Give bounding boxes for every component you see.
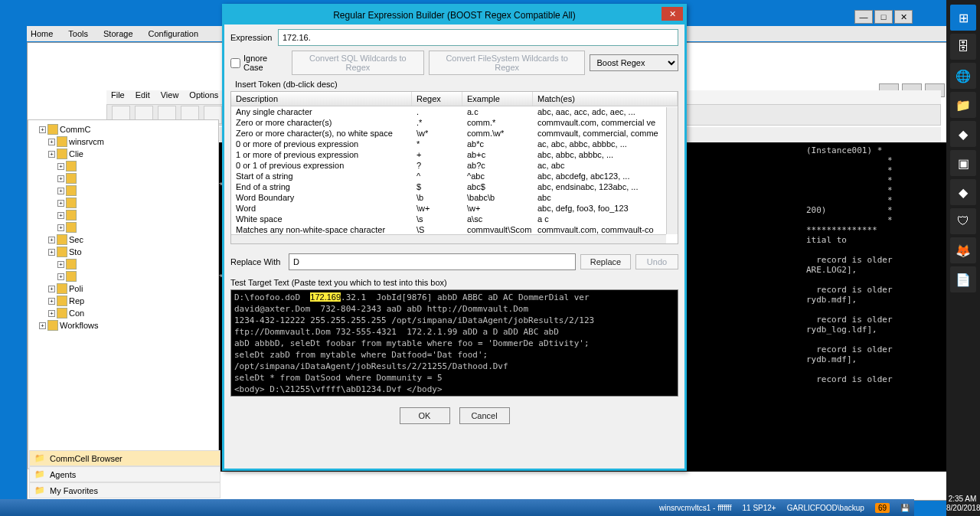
token-row[interactable]: Word\w+\w+abc, defg, foo3, foo_123: [231, 203, 678, 214]
tree-item[interactable]: +winsrvcm: [31, 136, 215, 148]
clock-date: 8/20/2018: [946, 504, 978, 513]
ignore-case-check[interactable]: [230, 58, 240, 68]
tree-item[interactable]: +: [31, 209, 215, 221]
status-host: winsrvcmvltcs1 - fffffff: [659, 504, 731, 512]
taskbar-doc-icon[interactable]: 📄: [950, 266, 976, 292]
system-clock[interactable]: 2:35 AM 8/20/2018: [946, 495, 978, 513]
tree-item[interactable]: +Sto: [31, 246, 215, 258]
tree-item[interactable]: +Workflows: [31, 319, 215, 331]
taskbar-explorer-icon[interactable]: 📁: [950, 92, 976, 118]
browser-tab[interactable]: 📁CommCell Browser: [29, 450, 220, 466]
token-hscroll[interactable]: [231, 234, 666, 243]
token-row[interactable]: White space\sa\sca c: [231, 214, 678, 224]
taskbar-firefox-icon[interactable]: 🦊: [950, 237, 976, 263]
token-row[interactable]: 1 or more of previous expression+ab+cabc…: [231, 149, 678, 160]
convert-fs-button[interactable]: Convert FileSystem Wildcards to Regex: [429, 51, 586, 75]
start-button[interactable]: ⊞: [950, 5, 976, 31]
minimize-button[interactable]: —: [854, 10, 873, 24]
token-row[interactable]: Zero or more character(s).*comm.*commvau…: [231, 117, 678, 128]
token-row[interactable]: Any single character.a.cabc, aac, acc, a…: [231, 106, 678, 117]
cancel-button[interactable]: Cancel: [459, 407, 510, 424]
status-count: 69: [875, 503, 890, 513]
token-row[interactable]: Start of a string^^abcabc, abcdefg, abc1…: [231, 171, 678, 181]
tree-item[interactable]: +CommC: [31, 123, 215, 136]
expression-input[interactable]: [278, 29, 678, 46]
dialog-title-text: Regular Expression Builder (BOOST Regex …: [333, 10, 576, 21]
token-header: Description Regex Example Match(es): [231, 92, 678, 106]
ignore-case-checkbox[interactable]: Ignore Case: [230, 54, 287, 72]
ribbon-tab-storage[interactable]: Storage: [103, 29, 133, 38]
browser-tab[interactable]: 📁My Favorites: [29, 482, 220, 498]
dialog-close-button[interactable]: ✕: [662, 7, 683, 21]
col-regex[interactable]: Regex: [412, 92, 462, 106]
token-table: Description Regex Example Match(es) Any …: [230, 91, 678, 244]
tree-item[interactable]: +: [31, 221, 215, 234]
replace-with-label: Replace With: [230, 257, 284, 266]
clock-time: 2:35 AM: [946, 495, 978, 504]
tree-item[interactable]: +Rep: [31, 295, 215, 307]
browser-tabs: 📁CommCell Browser📁Agents📁My Favorites: [29, 450, 220, 498]
tree-panel: +CommC+winsrvcm+Clie+++++++Sec+Sto+++Pol…: [28, 119, 219, 469]
token-row[interactable]: Word Boundary\b\babc\babc: [231, 192, 678, 203]
expression-label: Expression: [230, 33, 273, 42]
window-controls: — □ ✕: [854, 10, 913, 24]
ok-button[interactable]: OK: [400, 407, 450, 424]
menu-file[interactable]: File: [111, 90, 125, 104]
tree-item[interactable]: +: [31, 185, 215, 197]
taskbar-shield-icon[interactable]: 🛡: [950, 208, 976, 234]
tree-item[interactable]: +: [31, 172, 215, 185]
convert-sql-button[interactable]: Convert SQL Wildcards to Regex: [292, 51, 424, 75]
regex-flavor-combo[interactable]: Boost Regex: [590, 54, 678, 71]
status-bar: winsrvcmvltcs1 - fffffff 11 SP12+ GARLIC…: [0, 499, 914, 516]
ribbon-tab-tools[interactable]: Tools: [68, 29, 88, 38]
status-version: 11 SP12+: [743, 504, 776, 512]
replace-button[interactable]: Replace: [580, 254, 631, 269]
ribbon-tab-configuration[interactable]: Configuration: [149, 29, 198, 38]
token-vscroll[interactable]: [666, 107, 678, 234]
menu-view[interactable]: View: [161, 90, 179, 104]
tree-item[interactable]: +: [31, 160, 215, 172]
taskbar-app2-icon[interactable]: ◆: [950, 179, 976, 205]
tree-item[interactable]: +Sec: [31, 234, 215, 246]
taskbar-server-icon[interactable]: 🗄: [950, 34, 976, 60]
tree-item[interactable]: +: [31, 197, 215, 209]
tree-item[interactable]: +Poli: [31, 282, 215, 295]
token-row[interactable]: 0 or 1 of previous expression?ab?cac, ab…: [231, 160, 678, 171]
replace-input[interactable]: [289, 253, 576, 270]
token-body: Any single character.a.cabc, aac, acc, a…: [231, 106, 678, 240]
test-target-label: Test Target Text (Paste text you which t…: [230, 278, 678, 287]
status-user: GARLICFOOD\backup: [787, 504, 864, 512]
tree-item[interactable]: +: [31, 270, 215, 282]
col-matches[interactable]: Match(es): [533, 92, 678, 106]
test-target-text[interactable]: D:\foofoo.doD 172.169.32.1 JobId[9876] a…: [230, 289, 678, 397]
menu-options[interactable]: Options: [189, 90, 218, 104]
taskbar-app-icon[interactable]: ◆: [950, 121, 976, 147]
tree-item[interactable]: +: [31, 258, 215, 270]
token-row[interactable]: Matches any non-white-space character\Sc…: [231, 224, 678, 235]
col-example[interactable]: Example: [462, 92, 533, 106]
col-description[interactable]: Description: [231, 92, 412, 106]
windows-taskbar: ⊞ 🗄 🌐 📁 ◆ ▣ ◆ 🛡 🦊 📄 2:35 AM 8/20/2018: [946, 0, 980, 516]
token-row[interactable]: Zero or more character(s), no white spac…: [231, 128, 678, 139]
token-row[interactable]: 0 or more of previous expression*ab*cac,…: [231, 139, 678, 149]
dialog-title: Regular Expression Builder (BOOST Regex …: [224, 6, 684, 24]
ignore-case-label: Ignore Case: [243, 54, 287, 72]
regex-builder-dialog: Regular Expression Builder (BOOST Regex …: [222, 4, 687, 471]
log-right-pane: (Instance001) * * * * * * 200) * * *****…: [803, 142, 956, 472]
browser-tab[interactable]: 📁Agents: [29, 466, 220, 482]
save-icon[interactable]: 💾: [900, 504, 910, 512]
tree-item[interactable]: +Clie: [31, 148, 215, 160]
insert-token-label: Insert Token (db-click desc): [235, 80, 678, 89]
taskbar-ie-icon[interactable]: 🌐: [950, 63, 976, 89]
ribbon-tab-home[interactable]: Home: [31, 29, 53, 38]
taskbar-cmd-icon[interactable]: ▣: [950, 150, 976, 176]
tree-item[interactable]: +Con: [31, 307, 215, 319]
close-button[interactable]: ✕: [894, 10, 913, 24]
token-row[interactable]: End of a string$abc$abc, endsinabc, 123a…: [231, 181, 678, 192]
maximize-button[interactable]: □: [874, 10, 893, 24]
menu-edit[interactable]: Edit: [136, 90, 150, 104]
undo-button[interactable]: Undo: [635, 254, 678, 269]
